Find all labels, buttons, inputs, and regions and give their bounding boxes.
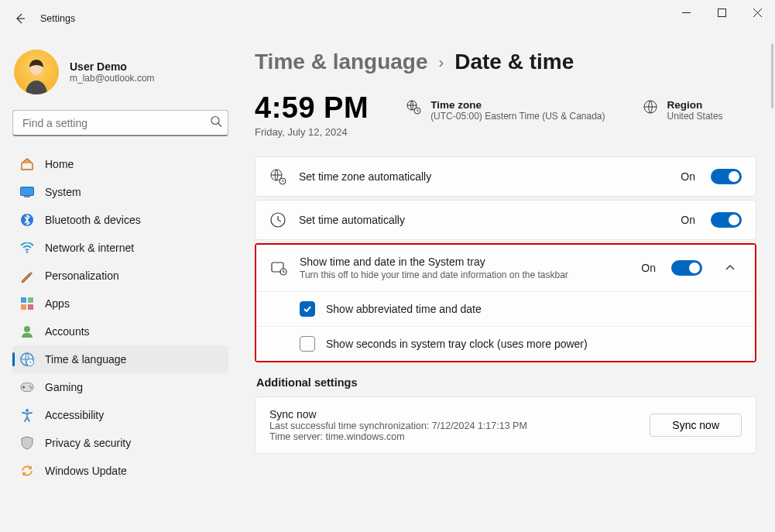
setting-auto-timezone: Set time zone automatically On bbox=[255, 156, 756, 197]
nav-label: Home bbox=[45, 158, 74, 170]
region-label: Region bbox=[667, 99, 723, 111]
gaming-icon bbox=[20, 380, 34, 394]
setting-label: Set time automatically bbox=[299, 214, 668, 226]
home-icon bbox=[20, 157, 34, 171]
tray-toggle[interactable] bbox=[671, 260, 702, 276]
checkmark-icon bbox=[302, 304, 313, 314]
auto-time-toggle[interactable] bbox=[711, 212, 742, 228]
nav-label: Apps bbox=[45, 297, 70, 310]
globe-clock-icon bbox=[406, 99, 421, 115]
nav-label: Time & language bbox=[45, 353, 126, 366]
svg-point-21 bbox=[26, 409, 29, 412]
auto-timezone-toggle[interactable] bbox=[711, 169, 742, 184]
nav-label: Accounts bbox=[45, 325, 90, 338]
sync-now-button[interactable]: Sync now bbox=[650, 414, 742, 437]
sidebar-item-apps[interactable]: Apps bbox=[12, 290, 228, 317]
chevron-right-icon: › bbox=[439, 53, 444, 71]
timezone-label: Time zone bbox=[430, 99, 605, 111]
sidebar-item-privacy[interactable]: Privacy & security bbox=[12, 429, 228, 457]
network-icon bbox=[20, 241, 34, 255]
abbrev-checkbox[interactable] bbox=[300, 301, 315, 317]
setting-system-tray: Show time and date in the System tray Tu… bbox=[256, 245, 755, 291]
sidebar-item-bluetooth[interactable]: Bluetooth & devices bbox=[12, 206, 228, 234]
search-icon bbox=[211, 116, 222, 131]
maximize-button[interactable] bbox=[704, 0, 739, 25]
collapse-button[interactable] bbox=[719, 257, 741, 279]
current-date: Friday, July 12, 2024 bbox=[255, 126, 369, 138]
chevron-up-icon bbox=[725, 263, 736, 273]
additional-section-title: Additional settings bbox=[256, 376, 756, 389]
sidebar-item-home[interactable]: Home bbox=[12, 150, 228, 178]
time-icon bbox=[20, 352, 34, 366]
sync-title: Sync now bbox=[269, 408, 527, 420]
sidebar-item-accounts[interactable]: Accounts bbox=[12, 317, 228, 345]
sync-server: Time server: time.windows.com bbox=[269, 431, 527, 442]
sync-last: Last successful time synchronization: 7/… bbox=[269, 420, 527, 431]
nav-label: Privacy & security bbox=[45, 437, 131, 449]
main-content: Time & language › Date & time 4:59 PM Fr… bbox=[236, 37, 775, 532]
nav-label: System bbox=[45, 186, 81, 198]
avatar bbox=[14, 50, 59, 94]
sidebar-item-system[interactable]: System bbox=[12, 178, 228, 206]
svg-rect-8 bbox=[24, 196, 30, 197]
toggle-state: On bbox=[681, 214, 695, 226]
highlighted-section: Show time and date in the System tray Tu… bbox=[255, 243, 756, 362]
abbrev-checkbox-row[interactable]: Show abbreviated time and date bbox=[256, 292, 755, 326]
sidebar-item-update[interactable]: Windows Update bbox=[12, 457, 228, 485]
setting-label: Set time zone automatically bbox=[299, 170, 668, 183]
sync-card: Sync now Last successful time synchroniz… bbox=[255, 396, 756, 454]
taskbar-clock-icon bbox=[270, 259, 287, 276]
svg-rect-11 bbox=[21, 297, 26, 303]
user-account-row[interactable]: User Demo m_lab@outlook.com bbox=[12, 43, 228, 108]
svg-point-19 bbox=[29, 386, 31, 387]
back-button[interactable] bbox=[6, 5, 34, 33]
user-name: User Demo bbox=[70, 60, 155, 73]
window-title: Settings bbox=[40, 13, 75, 24]
globe-clock-icon bbox=[269, 168, 286, 185]
nav-label: Gaming bbox=[45, 381, 83, 393]
toggle-state: On bbox=[641, 262, 656, 274]
breadcrumb-parent[interactable]: Time & language bbox=[255, 50, 428, 74]
system-icon bbox=[20, 185, 34, 199]
seconds-checkbox-row[interactable]: Show seconds in system tray clock (uses … bbox=[256, 327, 755, 361]
scrollbar[interactable] bbox=[771, 43, 773, 108]
minimize-button[interactable] bbox=[668, 0, 704, 25]
sidebar: User Demo m_lab@outlook.com HomeSystemBl… bbox=[0, 37, 236, 532]
setting-label: Show time and date in the System tray bbox=[300, 256, 629, 268]
search-input[interactable] bbox=[12, 110, 228, 136]
apps-icon bbox=[20, 297, 34, 311]
sidebar-item-gaming[interactable]: Gaming bbox=[12, 373, 228, 401]
svg-point-20 bbox=[31, 387, 33, 389]
personalization-icon bbox=[20, 269, 34, 283]
maximize-icon bbox=[718, 9, 726, 17]
sidebar-item-time[interactable]: Time & language bbox=[12, 345, 228, 373]
svg-rect-13 bbox=[21, 304, 26, 310]
close-icon bbox=[753, 9, 762, 17]
checkbox-label: Show abbreviated time and date bbox=[326, 303, 482, 315]
nav-label: Accessibility bbox=[45, 409, 104, 421]
region-value: United States bbox=[667, 111, 723, 122]
timezone-info: Time zone (UTC-05:00) Eastern Time (US &… bbox=[406, 91, 605, 122]
user-email: m_lab@outlook.com bbox=[70, 73, 155, 84]
accounts-icon bbox=[20, 324, 34, 338]
checkbox-label: Show seconds in system tray clock (uses … bbox=[326, 338, 588, 350]
sidebar-item-network[interactable]: Network & internet bbox=[12, 234, 228, 262]
current-time: 4:59 PM bbox=[255, 91, 369, 125]
nav-label: Network & internet bbox=[45, 242, 134, 254]
nav-label: Windows Update bbox=[45, 465, 127, 477]
close-button[interactable] bbox=[739, 0, 775, 25]
breadcrumb-current: Date & time bbox=[454, 50, 574, 74]
svg-rect-12 bbox=[28, 297, 33, 303]
sidebar-item-personalization[interactable]: Personalization bbox=[12, 262, 228, 290]
breadcrumb: Time & language › Date & time bbox=[255, 50, 756, 74]
svg-point-5 bbox=[211, 117, 219, 125]
svg-rect-1 bbox=[718, 9, 725, 16]
setting-desc: Turn this off to hide your time and date… bbox=[300, 269, 629, 280]
svg-rect-14 bbox=[28, 304, 33, 310]
clock-icon bbox=[269, 211, 286, 228]
accessibility-icon bbox=[20, 408, 34, 422]
nav-label: Bluetooth & devices bbox=[45, 214, 141, 226]
seconds-checkbox[interactable] bbox=[300, 336, 315, 352]
globe-icon bbox=[643, 99, 658, 115]
sidebar-item-accessibility[interactable]: Accessibility bbox=[12, 401, 228, 429]
